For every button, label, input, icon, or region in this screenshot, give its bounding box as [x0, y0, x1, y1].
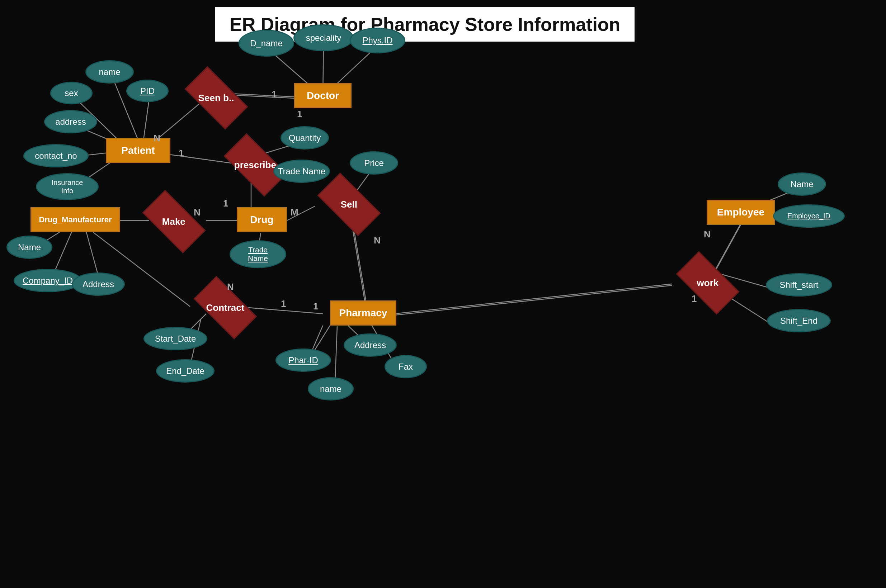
card-make-1: 1 — [223, 198, 228, 209]
entity-pharmacy: Pharmacy — [330, 300, 396, 326]
attr-prescribe-date: Quantity — [281, 126, 329, 150]
card-work-1: 1 — [692, 293, 697, 304]
attr-pharmacy-id: Phar-ID — [275, 348, 331, 372]
attr-mfr-name: Name — [6, 236, 53, 259]
attr-patient-contact: contact_no — [23, 144, 89, 167]
relationship-work: work — [676, 251, 740, 315]
attr-patient-address: address — [44, 110, 97, 134]
entity-patient: Patient — [106, 138, 170, 163]
attr-patient-insurance: Insurance Info — [36, 173, 99, 200]
relationship-contract: Contract — [194, 276, 257, 339]
entity-drug: Drug — [237, 207, 287, 232]
card-contract-n: N — [227, 282, 234, 292]
card-seen-1b: 1 — [297, 109, 302, 120]
attr-speciality: speciality — [293, 24, 354, 51]
card-seen-1: 1 — [272, 89, 276, 100]
card-prescribe-n: N — [153, 133, 160, 144]
card-prescribe-1: 1 — [179, 148, 184, 159]
attr-patient-pid: PID — [126, 80, 168, 102]
attr-employee-name: Name — [778, 172, 826, 196]
attr-patient-sex: sex — [50, 82, 93, 104]
attr-work-shift-start: Shift_start — [766, 273, 832, 297]
attr-prescribe-quantity: Trade Name — [273, 159, 330, 183]
attr-d-name: D_name — [239, 30, 294, 57]
svg-line-27 — [395, 284, 672, 314]
card-sell-1: 1 — [313, 301, 318, 312]
entity-doctor: Doctor — [294, 83, 351, 108]
attr-sell-price: Price — [350, 151, 398, 175]
svg-line-9 — [154, 104, 199, 142]
attr-patient-name: name — [86, 60, 134, 84]
attr-pharmacy-name: name — [308, 377, 354, 400]
attr-employee-id: Employee_ID — [773, 204, 845, 228]
relationship-seen-by: Seen b.. — [185, 66, 248, 130]
attr-mfr-address: Address — [72, 273, 125, 296]
relationship-sell: Sell — [317, 173, 381, 236]
card-sell-n: N — [374, 235, 381, 246]
card-contract-1: 1 — [281, 298, 286, 309]
attr-contract-start: Start_Date — [144, 327, 207, 350]
relationship-make: Make — [143, 190, 206, 254]
card-make-n: N — [194, 207, 201, 218]
attr-phys-id: Phys.ID — [350, 28, 405, 53]
card-work-n: N — [704, 229, 710, 240]
entity-employee: Employee — [707, 200, 775, 225]
attr-work-shift-end: Shift_End — [767, 309, 831, 332]
attr-drug-trade-name: Trade Name — [230, 240, 286, 268]
attr-mfr-company-id: Company_ID — [14, 269, 82, 292]
svg-line-28 — [395, 285, 672, 315]
attr-contract-end: End_Date — [156, 359, 215, 382]
card-sell-m: M — [291, 207, 299, 218]
entity-drug-manufacturer: Drug_Manufacturer — [30, 207, 120, 232]
attr-pharmacy-fax: Fax — [384, 355, 427, 378]
attr-pharmacy-address: Address — [344, 333, 397, 357]
